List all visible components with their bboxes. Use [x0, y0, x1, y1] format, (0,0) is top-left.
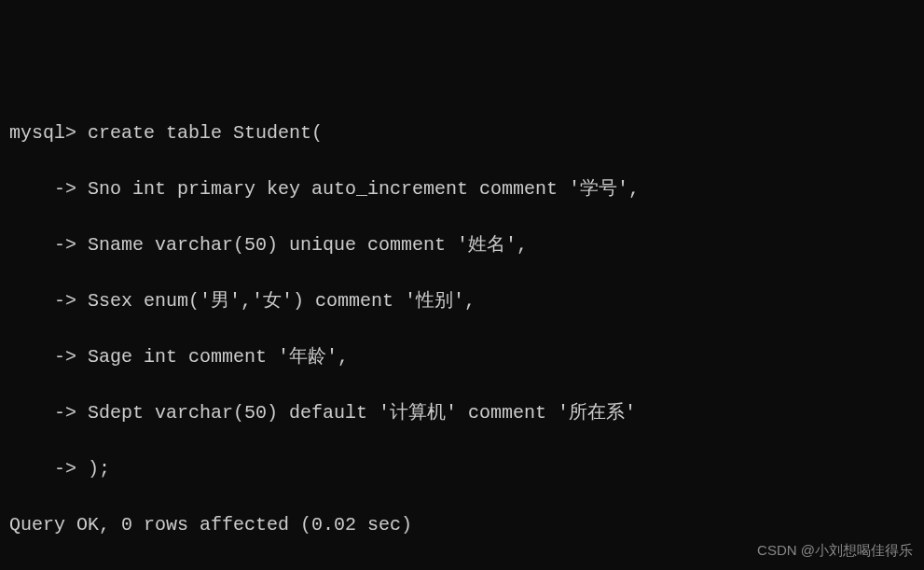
- sql-command-line-5: -> Sage int comment '年龄',: [9, 343, 915, 371]
- sql-command-line-7: -> );: [9, 455, 915, 483]
- query-result-ok: Query OK, 0 rows affected (0.02 sec): [9, 511, 915, 539]
- csdn-watermark: CSDN @小刘想喝佳得乐: [757, 540, 913, 562]
- sql-command-line-6: -> Sdept varchar(50) default '计算机' comme…: [9, 399, 915, 427]
- sql-command-line-2: -> Sno int primary key auto_increment co…: [9, 175, 915, 203]
- sql-command-line-4: -> Ssex enum('男','女') comment '性别',: [9, 287, 915, 315]
- sql-command-line-3: -> Sname varchar(50) unique comment '姓名'…: [9, 231, 915, 259]
- sql-command-line-1: mysql> create table Student(: [9, 119, 915, 147]
